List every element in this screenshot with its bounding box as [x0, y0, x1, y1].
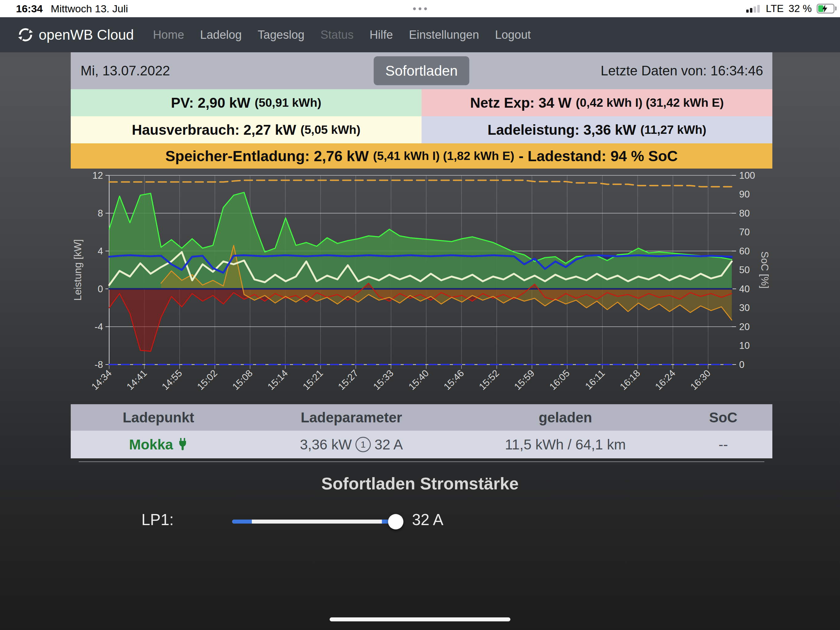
svg-text:20: 20: [739, 321, 750, 332]
grid-summary-cell: Netz Exp: 34 W (0,42 kWh I) (31,42 kWh E…: [422, 89, 772, 116]
svg-text:0: 0: [98, 283, 103, 294]
current-slider[interactable]: [232, 519, 403, 524]
battery-percentage: 32 %: [789, 3, 812, 14]
nav-home[interactable]: Home: [153, 28, 184, 41]
house-energy: (5,05 kWh): [300, 123, 360, 136]
chargepoint-table-row: Mokka 3,36 kW 1 32 A 11,5 kWh / 64,1 km …: [71, 431, 772, 458]
svg-text:SoC [%]: SoC [%]: [759, 251, 771, 288]
svg-text:-8: -8: [95, 359, 103, 370]
svg-text:Leistung [kW]: Leistung [kW]: [72, 239, 83, 301]
nav-tageslog[interactable]: Tageslog: [257, 28, 305, 41]
pv-summary-cell: PV: 2,90 kW (50,91 kWh): [71, 89, 422, 116]
house-summary-cell: Hausverbrauch: 2,27 kW (5,05 kWh): [71, 116, 422, 143]
chargepoint-name-cell: Mokka: [71, 436, 246, 453]
power-chart: 14:3414:4114:5515:0215:0815:1415:2115:27…: [71, 169, 772, 405]
vehicle-name: Mokka: [129, 436, 173, 453]
chargepoint-table-header: Ladepunkt Ladeparameter geladen SoC: [71, 404, 772, 431]
current-date: Mi, 13.07.2022: [81, 63, 170, 78]
nav-logout[interactable]: Logout: [495, 28, 531, 41]
svg-text:60: 60: [739, 246, 750, 256]
clock: 16:34: [16, 3, 43, 15]
charge-energy: (11,27 kWh): [641, 123, 707, 136]
svg-text:90: 90: [739, 189, 750, 199]
battery-charging-icon: [816, 4, 834, 14]
nav-einstellungen[interactable]: Einstellungen: [409, 28, 479, 41]
svg-text:14:34: 14:34: [89, 367, 114, 392]
summary-row-2: Hausverbrauch: 2,27 kW (5,05 kWh) Ladele…: [71, 116, 772, 143]
col-geladen: geladen: [456, 409, 674, 426]
openwb-logo-icon: [17, 27, 34, 43]
nav-hilfe[interactable]: Hilfe: [369, 28, 393, 41]
status-date: Mittwoch 13. Juli: [51, 3, 128, 15]
svg-text:15:08: 15:08: [230, 367, 255, 392]
cellular-signal-icon: [746, 5, 761, 13]
home-indicator[interactable]: [330, 617, 510, 621]
soc-cell: --: [674, 436, 772, 453]
col-ladepunkt: Ladepunkt: [71, 409, 246, 426]
storage-value: Speicher-Entladung: 2,76 kW: [166, 148, 369, 165]
svg-text:16:18: 16:18: [618, 367, 642, 392]
summary-row-1: PV: 2,90 kW (50,91 kWh) Netz Exp: 34 W (…: [71, 89, 772, 116]
svg-text:15:21: 15:21: [301, 367, 325, 392]
lp1-label: LP1:: [141, 511, 174, 529]
status-left: 16:34 Mittwoch 13. Juli: [16, 0, 128, 17]
grid-energy: (0,42 kWh I) (31,42 kWh E): [576, 96, 724, 109]
svg-text:15:40: 15:40: [406, 367, 431, 392]
pv-energy: (50,91 kWh): [254, 96, 321, 109]
svg-text:100: 100: [739, 170, 755, 181]
svg-text:15:02: 15:02: [195, 367, 219, 392]
svg-text:16:11: 16:11: [583, 367, 607, 392]
storage-summary-bar: Speicher-Entladung: 2,76 kW (5,41 kWh I)…: [71, 143, 772, 169]
svg-text:8: 8: [98, 208, 103, 219]
carrier-label: LTE: [766, 3, 784, 14]
instant-charge-title: Sofortladen Stromstärke: [0, 474, 840, 494]
col-ladeparameter: Ladeparameter: [246, 409, 457, 426]
charge-current: 32 A: [374, 436, 403, 453]
svg-text:15:46: 15:46: [442, 367, 466, 392]
header-row: Mi, 13.07.2022 Sofortladen Letzte Daten …: [71, 52, 772, 89]
navbar: openWB Cloud Home Ladelog Tageslog Statu…: [0, 17, 840, 52]
slider-thumb[interactable]: [388, 514, 403, 529]
nav-status[interactable]: Status: [321, 28, 354, 41]
multitasking-dots-icon: [413, 7, 427, 10]
svg-text:15:52: 15:52: [477, 367, 502, 392]
last-data-timestamp: Letzte Daten von: 16:34:46: [601, 63, 763, 78]
svg-text:30: 30: [739, 302, 750, 313]
svg-text:16:05: 16:05: [547, 367, 572, 392]
svg-text:15:33: 15:33: [371, 367, 396, 392]
svg-text:14:55: 14:55: [160, 367, 185, 392]
svg-text:16:24: 16:24: [653, 367, 677, 392]
svg-text:4: 4: [98, 246, 103, 256]
brand: openWB Cloud: [39, 27, 134, 43]
charge-value: Ladeleistung: 3,36 kW: [488, 122, 636, 138]
slider-fill-segment: [232, 519, 252, 524]
house-value: Hausverbrauch: 2,27 kW: [132, 122, 296, 138]
plug-icon: [177, 438, 188, 451]
svg-text:12: 12: [93, 170, 103, 181]
chargepoint-number-icon: 1: [355, 437, 371, 452]
svg-text:16:30: 16:30: [688, 367, 713, 392]
svg-text:14:41: 14:41: [125, 367, 149, 392]
charged-amount-cell: 11,5 kWh / 64,1 km: [456, 436, 674, 453]
svg-text:15:14: 15:14: [265, 367, 290, 392]
charge-summary-cell: Ladeleistung: 3,36 kW (11,27 kWh): [422, 116, 772, 143]
nav-ladelog[interactable]: Ladelog: [200, 28, 242, 41]
svg-text:15:59: 15:59: [512, 367, 537, 392]
col-soc: SoC: [674, 409, 772, 426]
svg-text:15:27: 15:27: [336, 367, 360, 392]
pv-value: PV: 2,90 kW: [171, 95, 250, 111]
grid-value: Netz Exp: 34 W: [470, 95, 572, 111]
svg-text:70: 70: [739, 227, 750, 237]
charge-power: 3,36 kW: [300, 436, 352, 453]
svg-text:10: 10: [739, 340, 750, 351]
power-chart-svg: 14:3414:4114:5515:0215:0815:1415:2115:27…: [71, 169, 772, 405]
svg-text:80: 80: [739, 208, 750, 219]
svg-text:-4: -4: [95, 321, 103, 332]
divider: [79, 461, 764, 462]
current-value: 32 A: [412, 511, 444, 529]
storage-soc: - Ladestand: 94 % SoC: [519, 148, 677, 165]
charge-params-cell: 3,36 kW 1 32 A: [246, 436, 457, 453]
ios-status-bar: 16:34 Mittwoch 13. Juli LTE 32 %: [0, 0, 840, 17]
sofortladen-mode-button[interactable]: Sofortladen: [374, 56, 469, 85]
svg-text:50: 50: [739, 264, 750, 275]
